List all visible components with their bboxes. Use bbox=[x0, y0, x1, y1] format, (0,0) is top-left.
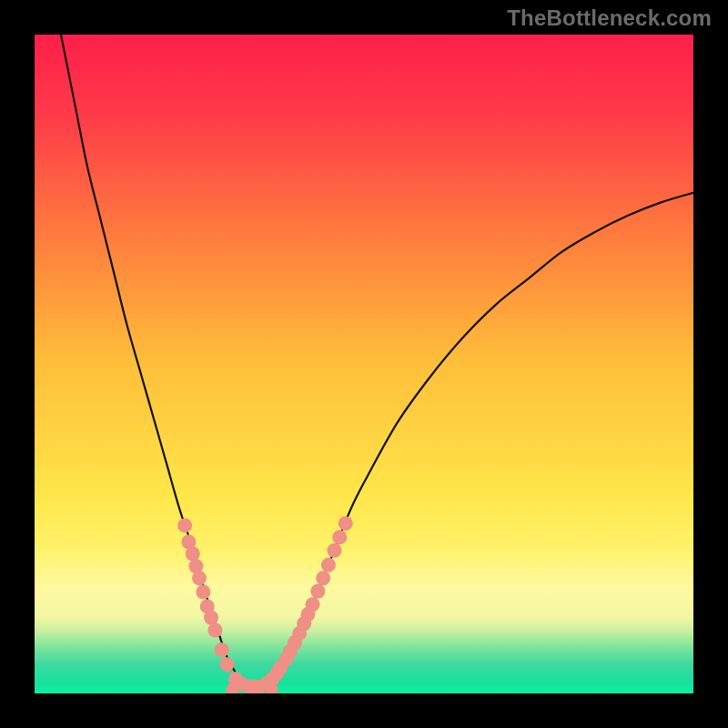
highlight-marker bbox=[207, 623, 222, 638]
gradient-background bbox=[35, 35, 693, 693]
highlight-marker bbox=[215, 642, 229, 657]
highlight-marker bbox=[192, 571, 207, 585]
plot-area bbox=[35, 35, 693, 693]
floor-marker-group bbox=[226, 683, 278, 693]
watermark-label: TheBottleneck.com bbox=[507, 5, 712, 31]
highlight-marker bbox=[310, 584, 325, 599]
highlight-marker bbox=[219, 657, 234, 672]
highlight-marker bbox=[306, 597, 320, 612]
highlight-marker bbox=[186, 547, 200, 561]
chart-svg bbox=[35, 35, 693, 693]
highlight-marker bbox=[204, 611, 218, 625]
highlight-marker bbox=[339, 516, 353, 531]
highlight-marker bbox=[321, 558, 336, 572]
highlight-marker bbox=[316, 571, 330, 585]
highlight-marker bbox=[196, 585, 210, 600]
highlight-marker bbox=[332, 530, 347, 544]
highlight-marker bbox=[177, 518, 192, 532]
chart-frame: TheBottleneck.com bbox=[0, 0, 728, 728]
highlight-marker bbox=[327, 543, 341, 558]
